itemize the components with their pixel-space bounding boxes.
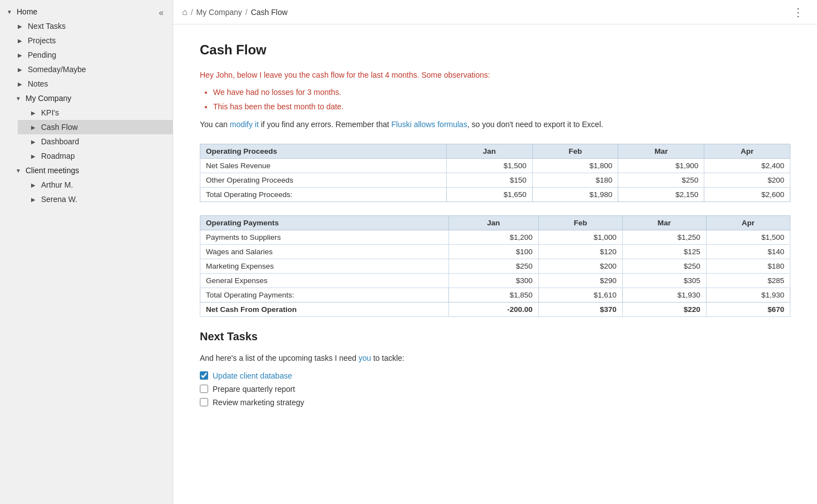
- t2-net-c2: $370: [538, 303, 622, 317]
- t2-r3-c4: $285: [706, 274, 790, 288]
- sidebar-client-meetings-children: ▶ Arthur M. ▶ Serena W.: [9, 178, 173, 206]
- topbar-menu-button[interactable]: ⋮: [788, 3, 808, 21]
- t1-r0-c2: $1,800: [532, 159, 618, 173]
- task1-label: Update client database: [213, 371, 292, 380]
- t2-total-c0: Total Operating Payments:: [200, 288, 449, 303]
- table-row: General Expenses $300 $290 $305 $285: [200, 274, 790, 288]
- t2-net-c4: $670: [706, 303, 790, 317]
- t1-r1-c1: $150: [446, 173, 532, 188]
- table1-total-row: Total Operating Proceeds: $1,650 $1,980 …: [200, 188, 790, 202]
- sidebar-roadmap-label: Roadmap: [41, 152, 75, 160]
- sidebar-pending-label: Pending: [28, 51, 56, 59]
- t1-h1: Jan: [446, 144, 532, 159]
- sidebar-someday-label: Someday/Maybe: [28, 65, 86, 74]
- page-content: Cash Flow Hey John, below I leave you th…: [173, 24, 817, 504]
- sidebar-item-roadmap[interactable]: ▶ Roadmap: [18, 149, 173, 163]
- t2-total-c3: $1,930: [622, 288, 706, 303]
- intro-bullet-2: This has been the best month to date.: [213, 100, 790, 114]
- sidebar-item-next-tasks[interactable]: ▶ Next Tasks: [9, 19, 173, 33]
- t2-r2-c0: Marketing Expenses: [200, 259, 449, 274]
- t1-r0-c0: Net Sales Revenue: [200, 159, 447, 173]
- cash-flow-arrow-icon: ▶: [31, 124, 39, 130]
- t2-r3-c3: $305: [622, 274, 706, 288]
- t1-total-c1: $1,650: [446, 188, 532, 202]
- sidebar-item-serena[interactable]: ▶ Serena W.: [18, 192, 173, 206]
- t1-r1-c4: $200: [704, 173, 790, 188]
- t2-r3-c2: $290: [538, 274, 622, 288]
- sidebar: « ▼ Home ▶ Next Tasks ▶ Projects ▶ Pendi…: [0, 0, 173, 504]
- secondary-text-part2: if you find any errors. Remember that: [259, 120, 391, 129]
- t2-h0: Operating Payments: [200, 216, 449, 230]
- sidebar-client-meetings[interactable]: ▼ Client meetings: [9, 163, 173, 178]
- sidebar-home[interactable]: ▼ Home: [0, 4, 173, 19]
- sidebar-client-meetings-label: Client meetings: [26, 166, 79, 175]
- table-row: Net Sales Revenue $1,500 $1,800 $1,900 $…: [200, 159, 790, 173]
- t2-r3-c0: General Expenses: [200, 274, 449, 288]
- secondary-highlight1: modify it: [230, 120, 259, 129]
- sidebar-next-tasks-label: Next Tasks: [28, 22, 65, 31]
- t2-r2-c4: $180: [706, 259, 790, 274]
- next-tasks-title: Next Tasks: [200, 330, 790, 343]
- breadcrumb: ⌂ / My Company / Cash Flow: [182, 7, 288, 17]
- t1-r1-c3: $250: [618, 173, 704, 188]
- t2-r3-c1: $300: [448, 274, 538, 288]
- sidebar-home-children: ▶ Next Tasks ▶ Projects ▶ Pending ▶ Some…: [0, 19, 173, 206]
- projects-arrow-icon: ▶: [18, 38, 26, 44]
- dashboard-arrow-icon: ▶: [31, 139, 39, 145]
- client-meetings-arrow-icon: ▼: [16, 168, 23, 174]
- t2-net-c0: Net Cash From Operation: [200, 303, 449, 317]
- task3-label: Review marketing strategy: [213, 398, 304, 407]
- breadcrumb-my-company[interactable]: My Company: [196, 8, 242, 17]
- sidebar-home-label: Home: [17, 7, 37, 16]
- sidebar-serena-label: Serena W.: [41, 195, 77, 204]
- task3-checkbox[interactable]: [200, 398, 208, 406]
- table2-header: Operating Payments Jan Feb Mar Apr: [200, 216, 790, 230]
- sidebar-notes-label: Notes: [28, 79, 48, 88]
- table2-net-row: Net Cash From Operation -200.00 $370 $22…: [200, 303, 790, 317]
- t2-r0-c3: $1,250: [622, 230, 706, 245]
- sidebar-cash-flow-label: Cash Flow: [41, 123, 78, 132]
- sidebar-item-cash-flow[interactable]: ▶ Cash Flow: [18, 120, 173, 134]
- sidebar-collapse-button[interactable]: «: [155, 7, 167, 19]
- tasks-intro: And here's a list of the upcoming tasks …: [200, 352, 790, 364]
- breadcrumb-sep-1: /: [191, 8, 193, 17]
- t1-total-c3: $2,150: [618, 188, 704, 202]
- t1-r0-c4: $2,400: [704, 159, 790, 173]
- sidebar-item-someday[interactable]: ▶ Someday/Maybe: [9, 62, 173, 77]
- secondary-highlight2: Fluski allows formulas: [391, 120, 467, 129]
- sidebar-item-notes[interactable]: ▶ Notes: [9, 77, 173, 91]
- task2-checkbox[interactable]: [200, 385, 208, 393]
- tasks-intro-part1: And here's a list of the upcoming tasks …: [200, 354, 359, 362]
- t2-r0-c2: $1,000: [538, 230, 622, 245]
- t2-r2-c2: $200: [538, 259, 622, 274]
- t2-r1-c0: Wages and Salaries: [200, 245, 449, 259]
- t2-r1-c3: $125: [622, 245, 706, 259]
- t2-r1-c4: $140: [706, 245, 790, 259]
- t2-h2: Feb: [538, 216, 622, 230]
- arthur-arrow-icon: ▶: [31, 182, 39, 188]
- t1-total-c4: $2,600: [704, 188, 790, 202]
- t2-net-c3: $220: [622, 303, 706, 317]
- sidebar-my-company-children: ▶ KPI's ▶ Cash Flow ▶ Dashboard ▶ Roadma…: [9, 105, 173, 163]
- task1-checkbox[interactable]: [200, 371, 208, 380]
- sidebar-item-projects[interactable]: ▶ Projects: [9, 33, 173, 48]
- secondary-text-part1: You can: [200, 120, 230, 129]
- list-item: Update client database: [200, 371, 790, 380]
- sidebar-my-company[interactable]: ▼ My Company: [9, 91, 173, 105]
- t1-h2: Feb: [532, 144, 618, 159]
- t1-h0: Operating Proceeds: [200, 144, 447, 159]
- roadmap-arrow-icon: ▶: [31, 153, 39, 159]
- sidebar-item-pending[interactable]: ▶ Pending: [9, 48, 173, 62]
- table-row: Wages and Salaries $100 $120 $125 $140: [200, 245, 790, 259]
- main-content: ⌂ / My Company / Cash Flow ⋮ Cash Flow H…: [173, 0, 817, 504]
- sidebar-item-kpis[interactable]: ▶ KPI's: [18, 105, 173, 120]
- table-row: Other Operating Proceeds $150 $180 $250 …: [200, 173, 790, 188]
- page-title: Cash Flow: [200, 42, 790, 58]
- t2-r0-c1: $1,200: [448, 230, 538, 245]
- sidebar-item-arthur[interactable]: ▶ Arthur M.: [18, 178, 173, 192]
- sidebar-projects-label: Projects: [28, 36, 56, 45]
- t2-total-c2: $1,610: [538, 288, 622, 303]
- next-tasks-arrow-icon: ▶: [18, 23, 26, 29]
- sidebar-item-dashboard[interactable]: ▶ Dashboard: [18, 134, 173, 149]
- intro-line1: Hey John, below I leave you the cash flo…: [200, 69, 790, 81]
